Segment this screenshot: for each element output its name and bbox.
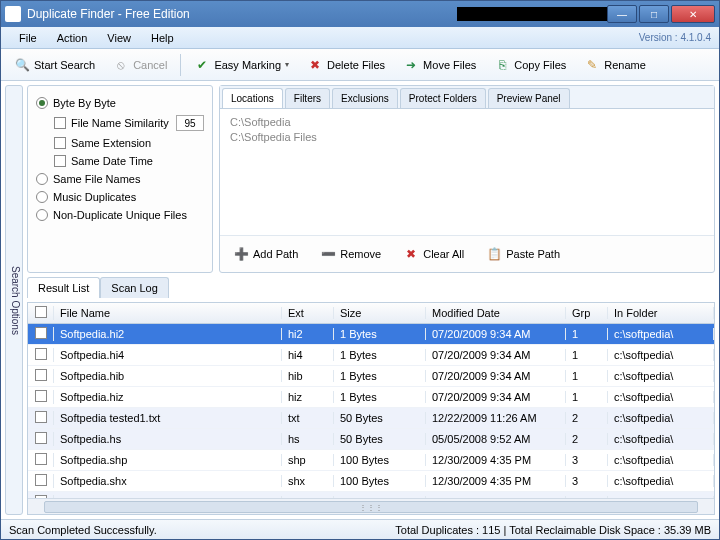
option-name-similarity[interactable]: File Name Similarity — [54, 112, 204, 134]
tab-preview-panel[interactable]: Preview Panel — [488, 88, 570, 108]
similarity-spinner[interactable] — [176, 115, 204, 131]
row-checkbox[interactable] — [35, 369, 47, 381]
copy-files-button[interactable]: ⎘Copy Files — [487, 53, 573, 77]
cancel-icon: ⦸ — [113, 57, 129, 73]
row-checkbox[interactable] — [35, 390, 47, 402]
rename-button[interactable]: ✎Rename — [577, 53, 653, 77]
column-filename[interactable]: File Name — [54, 307, 282, 319]
scrollbar-thumb[interactable]: ⋮⋮⋮ — [44, 501, 698, 513]
cell-folder: c:\softpedia\ — [608, 412, 714, 424]
titlebar[interactable]: Duplicate Finder - Free Edition — □ ✕ — [1, 1, 719, 27]
table-row[interactable]: Softpedia.hshs50 Bytes05/05/2008 9:52 AM… — [28, 429, 714, 450]
column-size[interactable]: Size — [334, 307, 426, 319]
paste-path-button[interactable]: 📋Paste Path — [479, 242, 567, 266]
horizontal-scrollbar[interactable]: ⋮⋮⋮ — [28, 498, 714, 514]
table-row[interactable]: Softpedia.hibhib1 Bytes07/20/2009 9:34 A… — [28, 366, 714, 387]
row-checkbox[interactable] — [35, 432, 47, 444]
cancel-button[interactable]: ⦸Cancel — [106, 53, 174, 77]
menu-file[interactable]: File — [9, 30, 47, 46]
statusbar: Scan Completed Successfully. Total Dupli… — [1, 519, 719, 539]
table-row[interactable]: Softpedia.hi4hi41 Bytes07/20/2009 9:34 A… — [28, 345, 714, 366]
row-checkbox[interactable] — [35, 327, 47, 339]
close-button[interactable]: ✕ — [671, 5, 715, 23]
column-checkbox[interactable] — [28, 306, 54, 320]
tab-protect-folders[interactable]: Protect Folders — [400, 88, 486, 108]
copy-icon: ⎘ — [494, 57, 510, 73]
cell-filename: Softpedia.hiz — [54, 391, 282, 403]
toolbar: 🔍Start Search ⦸Cancel ✔Easy Marking▾ ✖De… — [1, 49, 719, 81]
column-date[interactable]: Modified Date — [426, 307, 566, 319]
table-row[interactable]: Softpedia.shpshp100 Bytes12/30/2009 4:35… — [28, 450, 714, 471]
locations-tab-strip: Locations Filters Exclusions Protect Fol… — [220, 86, 714, 109]
add-path-button[interactable]: ➕Add Path — [226, 242, 305, 266]
option-same-datetime[interactable]: Same Date Time — [54, 152, 204, 170]
location-item[interactable]: C:\Softpedia — [230, 115, 704, 130]
option-same-extension[interactable]: Same Extension — [54, 134, 204, 152]
cell-grp: 2 — [566, 412, 608, 424]
table-row[interactable]: Softpedia.hizhiz1 Bytes07/20/2009 9:34 A… — [28, 387, 714, 408]
menubar: File Action View Help Version : 4.1.0.4 — [1, 27, 719, 49]
clear-icon: ✖ — [403, 246, 419, 262]
table-row[interactable]: Softpedia.shxshx100 Bytes12/30/2009 4:35… — [28, 471, 714, 492]
tab-locations[interactable]: Locations — [222, 88, 283, 108]
locations-list[interactable]: C:\SoftpediaC:\Softpedia Files — [220, 109, 714, 235]
option-same-file-names[interactable]: Same File Names — [36, 170, 204, 188]
status-message: Scan Completed Successfully. — [9, 524, 157, 536]
checkbox-icon — [35, 306, 47, 318]
results-grid: File Name Ext Size Modified Date Grp In … — [27, 302, 715, 515]
delete-icon: ✖ — [307, 57, 323, 73]
option-byte-by-byte[interactable]: Byte By Byte — [36, 94, 204, 112]
row-checkbox[interactable] — [35, 474, 47, 486]
column-ext[interactable]: Ext — [282, 307, 334, 319]
search-options-tab[interactable]: Search Options — [5, 85, 23, 515]
tab-filters[interactable]: Filters — [285, 88, 330, 108]
clear-all-button[interactable]: ✖Clear All — [396, 242, 471, 266]
start-search-button[interactable]: 🔍Start Search — [7, 53, 102, 77]
cell-date: 07/20/2009 9:34 AM — [426, 328, 566, 340]
option-unique-files[interactable]: Non-Duplicate Unique Files — [36, 206, 204, 224]
main-area: Search Options Byte By Byte File Name Si… — [1, 81, 719, 519]
cell-ext: hi2 — [282, 328, 334, 340]
menu-help[interactable]: Help — [141, 30, 184, 46]
menu-action[interactable]: Action — [47, 30, 98, 46]
row-checkbox[interactable] — [35, 453, 47, 465]
rename-label: Rename — [604, 59, 646, 71]
row-checkbox[interactable] — [35, 348, 47, 360]
redacted-region — [457, 7, 607, 21]
rename-icon: ✎ — [584, 57, 600, 73]
cell-date: 05/05/2008 9:52 AM — [426, 433, 566, 445]
maximize-button[interactable]: □ — [639, 5, 669, 23]
cell-size: 50 Bytes — [334, 433, 426, 445]
table-row[interactable]: Softpedia.hi2hi21 Bytes07/20/2009 9:34 A… — [28, 324, 714, 345]
table-row[interactable]: Softpedia tested1.txttxt50 Bytes12/22/20… — [28, 408, 714, 429]
version-label: Version : 4.1.0.4 — [639, 32, 711, 43]
cell-ext: hs — [282, 433, 334, 445]
cell-grp: 1 — [566, 349, 608, 361]
delete-files-button[interactable]: ✖Delete Files — [300, 53, 392, 77]
minimize-button[interactable]: — — [607, 5, 637, 23]
location-item[interactable]: C:\Softpedia Files — [230, 130, 704, 145]
same-ext-label: Same Extension — [71, 137, 151, 149]
row-checkbox[interactable] — [35, 411, 47, 423]
remove-path-button[interactable]: ➖Remove — [313, 242, 388, 266]
option-music-duplicates[interactable]: Music Duplicates — [36, 188, 204, 206]
grid-body[interactable]: Softpedia.hi2hi21 Bytes07/20/2009 9:34 A… — [28, 324, 714, 498]
column-grp[interactable]: Grp — [566, 307, 608, 319]
window-title: Duplicate Finder - Free Edition — [27, 7, 457, 21]
result-tab-strip: Result List Scan Log — [27, 277, 715, 298]
tab-scan-log[interactable]: Scan Log — [100, 277, 168, 298]
move-files-button[interactable]: ➜Move Files — [396, 53, 483, 77]
cell-folder: c:\softpedia\ — [608, 391, 714, 403]
cell-date: 12/30/2009 4:35 PM — [426, 454, 566, 466]
menu-view[interactable]: View — [97, 30, 141, 46]
move-icon: ➜ — [403, 57, 419, 73]
cell-grp: 3 — [566, 454, 608, 466]
column-folder[interactable]: In Folder — [608, 307, 714, 319]
tab-exclusions[interactable]: Exclusions — [332, 88, 398, 108]
checkbox-icon — [54, 155, 66, 167]
cell-filename: Softpedia.hi2 — [54, 328, 282, 340]
start-search-label: Start Search — [34, 59, 95, 71]
tab-result-list[interactable]: Result List — [27, 277, 100, 298]
easy-marking-button[interactable]: ✔Easy Marking▾ — [187, 53, 296, 77]
cell-ext: shx — [282, 475, 334, 487]
